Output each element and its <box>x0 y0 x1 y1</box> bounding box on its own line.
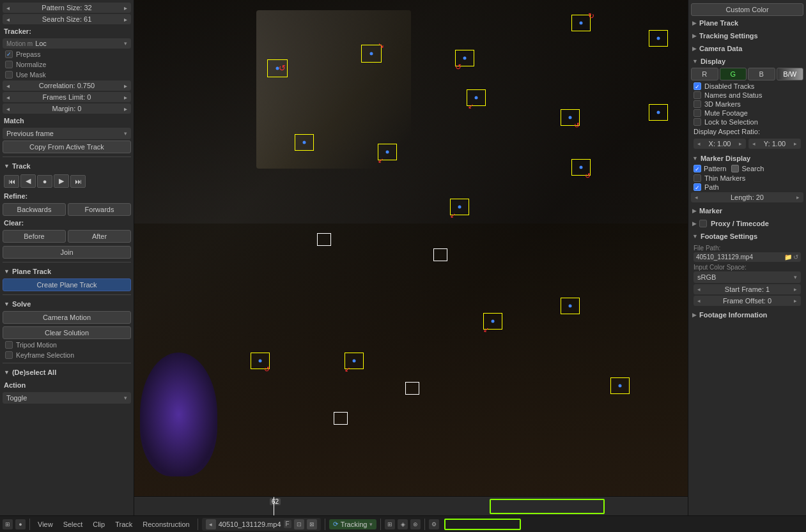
y-aspect-decrease[interactable]: ◂ <box>752 141 756 147</box>
timeline-selection-block[interactable] <box>490 499 605 514</box>
proxy-timecode-checkbox[interactable] <box>699 220 707 227</box>
start-frame-increase[interactable]: ▸ <box>794 286 797 293</box>
track-marker-20[interactable] <box>610 377 630 394</box>
footage-information-header[interactable]: ▶ Footage Information <box>691 310 803 320</box>
view-menu[interactable]: View <box>34 519 57 529</box>
track-marker-12[interactable]: ↙ <box>450 199 469 215</box>
3d-markers-row[interactable]: 3D Markers <box>691 100 803 109</box>
pattern-size-row[interactable]: ◂ Pattern Size: 32 ▸ <box>3 3 131 13</box>
track-menu[interactable]: Track <box>111 519 136 529</box>
marker-display-header[interactable]: ▼ Marker Display <box>691 153 803 163</box>
lock-to-selection-row[interactable]: Lock to Selection <box>691 118 803 126</box>
path-checkbox[interactable] <box>694 183 701 191</box>
track-marker-2[interactable]: ↘ <box>361 45 382 63</box>
track-marker-15[interactable] <box>561 298 580 314</box>
path-row[interactable]: Path <box>691 183 803 192</box>
after-button[interactable]: After <box>68 230 131 243</box>
thin-markers-checkbox[interactable] <box>694 174 701 182</box>
names-and-status-row[interactable]: Names and Status <box>691 91 803 100</box>
margin-decrease[interactable]: ◂ <box>6 105 10 112</box>
color-space-dropdown[interactable]: sRGB ▾ <box>694 271 801 283</box>
clear-solution-button[interactable]: Clear Solution <box>3 326 131 339</box>
track-marker-9[interactable]: ↙ <box>378 144 397 160</box>
track-marker-11[interactable]: ↺ <box>571 159 591 176</box>
y-aspect-field[interactable]: ◂ Y: 1.00 ▸ <box>748 139 801 149</box>
footage-settings-header[interactable]: ▼ Footage Settings <box>691 231 803 241</box>
correlation-decrease[interactable]: ◂ <box>6 82 10 89</box>
viewport[interactable]: ↺ ↘ <box>134 0 688 496</box>
frame-offset-increase[interactable]: ▸ <box>794 298 797 304</box>
frames-limit-row[interactable]: ◂ Frames Limit: 0 ▸ <box>3 92 131 102</box>
create-plane-track-button[interactable]: Create Plane Track <box>3 278 131 291</box>
start-frame-row[interactable]: ◂ Start Frame: 1 ▸ <box>694 284 801 294</box>
match-dropdown[interactable]: Previous frame ▾ <box>3 128 131 139</box>
tracking-settings-section-header[interactable]: ▶ Tracking Settings <box>691 31 803 41</box>
timeline-track[interactable]: 62 <box>134 497 688 515</box>
use-mask-row[interactable]: Use Mask <box>3 70 131 79</box>
prepass-checkbox[interactable] <box>5 50 13 58</box>
r-channel-button[interactable]: R <box>691 68 718 80</box>
frames-limit-decrease[interactable]: ◂ <box>6 94 10 101</box>
motion-model-row[interactable]: Motion m Loc ▾ <box>3 38 131 49</box>
x-aspect-decrease[interactable]: ◂ <box>697 141 701 147</box>
viewport-canvas[interactable]: ↺ ↘ <box>134 0 688 496</box>
pattern-size-increase[interactable]: ▸ <box>124 4 127 11</box>
bw-channel-button[interactable]: B/W <box>777 68 804 80</box>
track-marker-6[interactable]: ↙ <box>467 89 486 106</box>
x-aspect-increase[interactable]: ▸ <box>739 141 742 147</box>
track-marker-1[interactable]: ↺ <box>267 59 288 77</box>
track-marker-8[interactable] <box>649 104 668 121</box>
mute-footage-checkbox[interactable] <box>694 109 701 117</box>
disabled-tracks-row[interactable]: Disabled Tracks <box>691 82 803 91</box>
pattern-checkbox[interactable] <box>694 165 701 172</box>
custom-color-button[interactable]: Custom Color <box>691 3 803 16</box>
display-section-header[interactable]: ▼ Display <box>691 56 803 66</box>
track-marker-17[interactable]: ↺ <box>251 353 270 369</box>
margin-row[interactable]: ◂ Margin: 0 ▸ <box>3 103 131 114</box>
track-marker-18[interactable]: ↙ <box>345 353 364 369</box>
action-dropdown[interactable]: Toggle ▾ <box>3 392 131 404</box>
normalize-checkbox[interactable] <box>5 61 13 68</box>
track-prev[interactable]: ◀ <box>20 174 36 188</box>
use-mask-checkbox[interactable] <box>5 71 13 79</box>
track-marker-7[interactable]: ↺ <box>561 109 580 126</box>
file-icon-box1[interactable]: ⊡ <box>294 519 304 529</box>
timeline-area[interactable]: 62 <box>134 496 688 515</box>
file-back-icon[interactable]: ◂ <box>206 519 216 529</box>
track-play[interactable]: ● <box>37 175 52 188</box>
track-marker-13[interactable] <box>317 233 331 246</box>
overlay-icon-2[interactable]: ◈ <box>398 519 408 529</box>
timeline-cursor[interactable] <box>274 497 274 515</box>
keyframe-selection-row[interactable]: Keyframe Selection <box>3 351 131 360</box>
camera-motion-button[interactable]: Camera Motion <box>3 311 131 324</box>
b-channel-button[interactable]: B <box>748 68 775 80</box>
x-aspect-field[interactable]: ◂ X: 1.00 ▸ <box>694 139 746 149</box>
before-button[interactable]: Before <box>3 230 66 243</box>
normalize-row[interactable]: Normalize <box>3 60 131 69</box>
names-and-status-checkbox[interactable] <box>694 91 701 99</box>
disabled-tracks-checkbox[interactable] <box>694 82 701 90</box>
search-size-row[interactable]: ◂ Search Size: 61 ▸ <box>3 14 131 24</box>
length-decrease[interactable]: ◂ <box>695 194 698 201</box>
file-refresh-icon[interactable]: ↺ <box>793 254 798 261</box>
track-marker-4[interactable]: ↻ <box>571 15 591 31</box>
pattern-size-decrease[interactable]: ◂ <box>6 4 10 11</box>
track-jump-start[interactable]: ⏮ <box>4 175 19 188</box>
search-size-decrease[interactable]: ◂ <box>6 16 10 23</box>
track-marker-19[interactable] <box>405 382 419 395</box>
file-browse-icon[interactable]: 📁 <box>784 254 792 261</box>
track-marker-5[interactable] <box>649 30 668 47</box>
forwards-button[interactable]: Forwards <box>68 203 131 216</box>
keyframe-selection-checkbox[interactable] <box>5 351 13 359</box>
lock-to-selection-checkbox[interactable] <box>694 118 701 126</box>
correlation-row[interactable]: ◂ Correlation: 0.750 ▸ <box>3 80 131 91</box>
tripod-motion-checkbox[interactable] <box>5 341 13 349</box>
thin-markers-row[interactable]: Thin Markers <box>691 174 803 183</box>
tracking-mode-dropdown[interactable]: ⟳ Tracking ▾ <box>329 519 377 529</box>
correlation-increase[interactable]: ▸ <box>124 82 127 89</box>
track-next[interactable]: ▶ <box>54 174 69 188</box>
settings-icon[interactable]: ⚙ <box>429 519 439 529</box>
reconstruction-menu[interactable]: Reconstruction <box>139 519 193 529</box>
file-icon-box2[interactable]: ⊠ <box>307 519 317 529</box>
copy-from-active-track-button[interactable]: Copy From Active Track <box>3 141 131 153</box>
